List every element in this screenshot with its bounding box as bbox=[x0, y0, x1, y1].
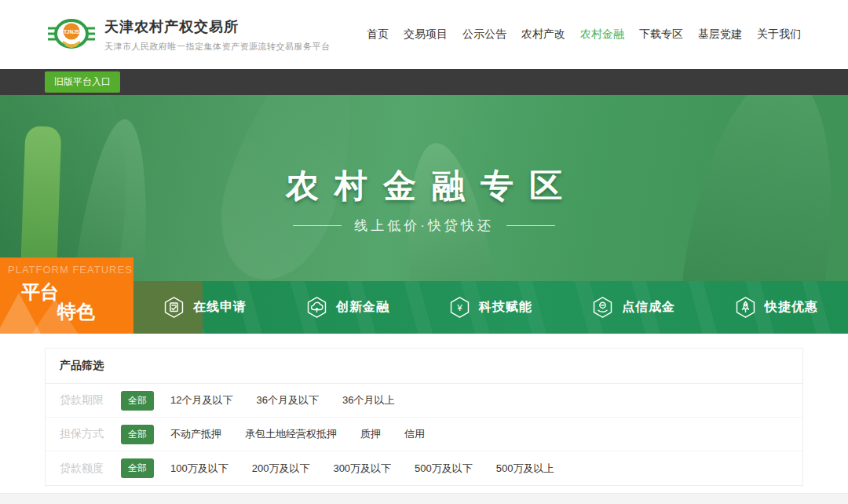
brand-text: 天津农村产权交易所 天津市人民政府唯一指定集体资产资源流转交易服务平台 bbox=[104, 17, 331, 53]
mountain-decor bbox=[14, 299, 96, 334]
filter-option[interactable]: 500万及以下 bbox=[415, 462, 473, 476]
platform-features-block: PLATFORM FEATURES 平台 特色 bbox=[0, 257, 133, 334]
filter-row-loan-term: 贷款期限 全部 12个月及以下 36个月及以下 36个月以上 bbox=[46, 384, 802, 418]
feature-tab-label: 创新金融 bbox=[336, 299, 389, 316]
feature-tab-credit-gold[interactable]: 点信成金 bbox=[562, 281, 705, 334]
site-subtitle: 天津市人民政府唯一指定集体资产资源流转交易服务平台 bbox=[104, 41, 331, 53]
nav-item-trade-projects[interactable]: 交易项目 bbox=[404, 27, 448, 42]
filter-row-guarantee-type: 担保方式 全部 不动产抵押 承包土地经营权抵押 质押 信用 bbox=[46, 418, 802, 451]
feature-tab-tech-empowerment[interactable]: ¥ 科技赋能 bbox=[419, 281, 562, 334]
bottom-strip bbox=[0, 493, 848, 504]
filter-option[interactable]: 信用 bbox=[404, 427, 425, 441]
feature-tab-innovative-finance[interactable]: 创新金融 bbox=[276, 281, 419, 334]
filter-option[interactable]: 不动产抵押 bbox=[170, 427, 221, 441]
site-title: 天津农村产权交易所 bbox=[104, 17, 331, 36]
feature-tab-quick-discount[interactable]: 快捷优惠 bbox=[705, 281, 848, 334]
main-nav: 首页 交易项目 公示公告 农村产改 农村金融 下载专区 基层党建 关于我们 bbox=[367, 27, 801, 42]
site-header: TJNJS 天津农村产权交易所 天津市人民政府唯一指定集体资产资源流转交易服务平… bbox=[0, 0, 848, 69]
filter-option[interactable]: 36个月及以下 bbox=[256, 393, 318, 407]
filter-card-title: 产品筛选 bbox=[46, 349, 802, 384]
filter-row-loan-amount: 贷款额度 全部 100万及以下 200万及以下 300万及以下 500万及以下 … bbox=[46, 451, 802, 485]
filter-chip-all[interactable]: 全部 bbox=[121, 458, 154, 478]
feature-tab-label: 在线申请 bbox=[193, 299, 247, 316]
banner-subtitle-row: 线上低价·快贷快还 bbox=[0, 217, 848, 235]
page: TJNJS 天津农村产权交易所 天津市人民政府唯一指定集体资产资源流转交易服务平… bbox=[0, 0, 848, 504]
svg-text:¥: ¥ bbox=[456, 302, 462, 313]
filter-option[interactable]: 200万及以下 bbox=[252, 462, 310, 476]
filter-label: 担保方式 bbox=[60, 427, 107, 441]
product-filter-card: 产品筛选 贷款期限 全部 12个月及以下 36个月及以下 36个月以上 担保方式… bbox=[45, 348, 803, 486]
coin-hand-icon bbox=[592, 296, 613, 319]
filter-option[interactable]: 300万及以下 bbox=[333, 462, 391, 476]
logo-text: TJNJS bbox=[64, 29, 80, 35]
topbar: 旧版平台入口 bbox=[0, 69, 848, 95]
nav-item-announcements[interactable]: 公示公告 bbox=[462, 27, 506, 42]
banner-title: 农村金融专区 bbox=[0, 164, 848, 208]
nav-item-rural-reform[interactable]: 农村产改 bbox=[521, 27, 565, 42]
cloud-icon bbox=[306, 296, 327, 319]
nav-item-party-building[interactable]: 基层党建 bbox=[698, 27, 742, 42]
filter-label: 贷款期限 bbox=[60, 393, 107, 407]
nav-item-downloads[interactable]: 下载专区 bbox=[639, 27, 683, 42]
feature-tab-label: 点信成金 bbox=[622, 299, 675, 316]
filter-chip-all[interactable]: 全部 bbox=[121, 391, 154, 411]
filter-option[interactable]: 36个月以上 bbox=[342, 393, 394, 407]
filter-option[interactable]: 质押 bbox=[360, 427, 381, 441]
yen-icon: ¥ bbox=[449, 296, 470, 319]
feature-tabs: 在线申请 创新金融 ¥ 科技赋能 bbox=[133, 281, 848, 334]
feature-tab-label: 科技赋能 bbox=[479, 299, 532, 316]
filter-chip-all[interactable]: 全部 bbox=[121, 425, 154, 444]
subtitle-line-right bbox=[506, 225, 555, 226]
main-content: 产品筛选 贷款期限 全部 12个月及以下 36个月及以下 36个月以上 担保方式… bbox=[0, 348, 848, 486]
old-platform-entry-button[interactable]: 旧版平台入口 bbox=[45, 71, 120, 93]
feature-tab-online-apply[interactable]: 在线申请 bbox=[133, 281, 276, 334]
subtitle-line-left bbox=[293, 225, 342, 226]
nav-item-home[interactable]: 首页 bbox=[367, 27, 389, 42]
form-check-icon bbox=[163, 296, 185, 319]
feature-tab-label: 快捷优惠 bbox=[765, 299, 818, 316]
filter-option[interactable]: 承包土地经营权抵押 bbox=[245, 427, 337, 441]
filter-option[interactable]: 12个月及以下 bbox=[170, 393, 232, 407]
nav-item-rural-finance[interactable]: 农村金融 bbox=[580, 27, 624, 42]
rocket-icon bbox=[735, 296, 756, 319]
site-logo-icon: TJNJS bbox=[45, 12, 98, 57]
hero-banner: 农村金融专区 线上低价·快贷快还 PLATFORM FEATURES 平台 特色 bbox=[0, 95, 848, 334]
nav-item-about-us[interactable]: 关于我们 bbox=[757, 27, 801, 42]
brand: TJNJS 天津农村产权交易所 天津市人民政府唯一指定集体资产资源流转交易服务平… bbox=[45, 12, 331, 57]
platform-features-eyebrow: PLATFORM FEATURES bbox=[8, 264, 133, 276]
filter-label: 贷款额度 bbox=[60, 462, 107, 476]
banner-subtitle: 线上低价·快贷快还 bbox=[354, 217, 494, 235]
filter-option[interactable]: 100万及以下 bbox=[170, 462, 228, 476]
filter-option[interactable]: 500万及以上 bbox=[496, 462, 554, 476]
